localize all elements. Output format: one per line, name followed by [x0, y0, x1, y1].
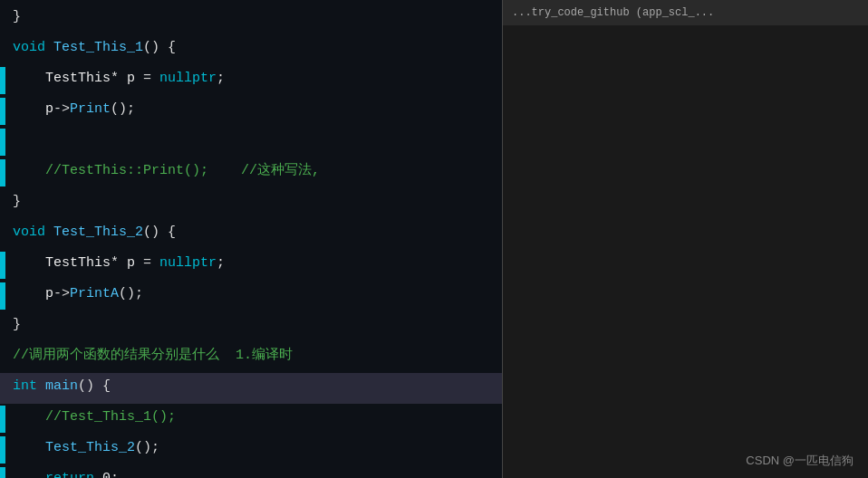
code-line: p->Print(); — [0, 96, 503, 127]
line-text: //调用两个函数的结果分别是什么 1.编译时 — [5, 344, 503, 368]
code-line: Test_This_2(); — [0, 435, 503, 465]
code-line: } — [0, 4, 503, 34]
code-line: //TestThis::Print(); //这种写法, — [0, 158, 503, 188]
code-line: void Test_This_1() { — [0, 34, 503, 65]
line-text: void Test_This_1() { — [5, 36, 503, 60]
line-text: Test_This_2(); — [5, 436, 503, 460]
line-text: p->PrintA(); — [5, 282, 503, 306]
line-text: p->Print(); — [5, 98, 503, 121]
code-area: }void Test_This_1() { TestThis* p = null… — [0, 0, 503, 478]
line-text: } — [5, 5, 503, 29]
line-text: } — [5, 190, 503, 214]
line-indicator — [0, 129, 5, 156]
line-text: TestThis* p = nullptr; — [5, 67, 503, 91]
code-line — [0, 127, 503, 158]
code-line: } — [0, 311, 503, 342]
code-line: int main() { — [0, 373, 503, 404]
line-text: //Test_This_1(); — [5, 406, 503, 429]
right-panel-tab-text: ...try_code_github (app_scl_... — [512, 6, 714, 19]
code-line: } — [0, 188, 503, 219]
code-line: TestThis* p = nullptr; — [0, 65, 503, 96]
code-line: return 0; — [0, 465, 503, 478]
line-text: void Test_This_2() { — [5, 221, 503, 244]
line-text: TestThis* p = nullptr; — [5, 252, 503, 275]
code-line: //调用两个函数的结果分别是什么 1.编译时 — [0, 342, 503, 373]
code-line: //Test_This_1(); — [0, 404, 503, 435]
code-line: TestThis* p = nullptr; — [0, 250, 503, 281]
line-text: int main() { — [5, 375, 503, 398]
watermark: CSDN @一匹电信狗 — [746, 453, 854, 469]
right-panel: ...try_code_github (app_scl_... CSDN @一匹… — [503, 0, 868, 478]
code-line: void Test_This_2() { — [0, 219, 503, 250]
line-text: return 0; — [5, 467, 503, 478]
right-panel-header: ...try_code_github (app_scl_... — [503, 0, 868, 25]
code-panel: }void Test_This_1() { TestThis* p = null… — [0, 0, 503, 478]
main-container: }void Test_This_1() { TestThis* p = null… — [0, 0, 868, 478]
line-text: //TestThis::Print(); //这种写法, — [5, 159, 503, 183]
code-line: p->PrintA(); — [0, 281, 503, 311]
line-text: } — [5, 313, 503, 337]
